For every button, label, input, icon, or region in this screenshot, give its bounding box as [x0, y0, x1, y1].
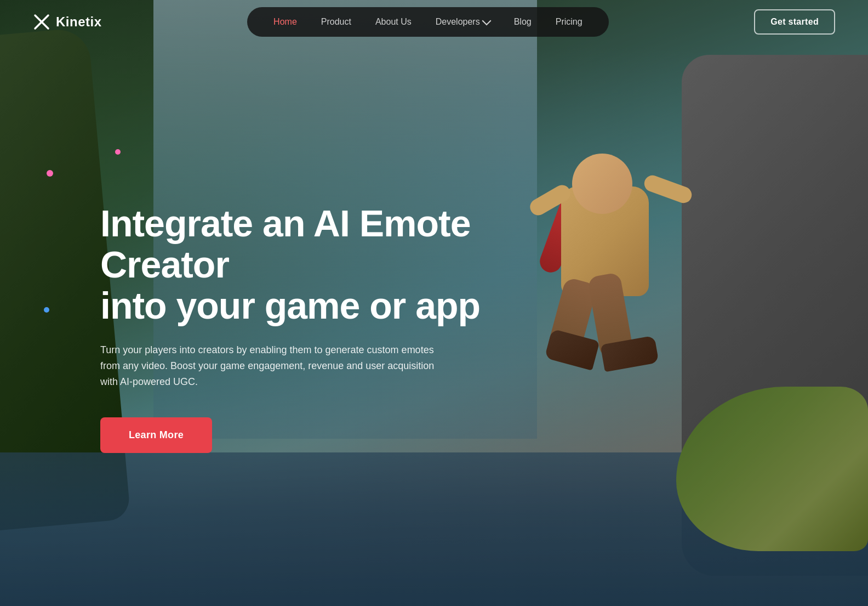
char-head: [572, 154, 632, 214]
nav-item-pricing[interactable]: Pricing: [546, 13, 592, 31]
nav-item-product[interactable]: Product: [311, 13, 361, 31]
logo-icon: [33, 13, 50, 31]
brand-name: Kinetix: [56, 14, 102, 30]
logo[interactable]: Kinetix: [33, 13, 102, 31]
char-boot-left: [544, 329, 599, 370]
nav-item-home[interactable]: Home: [264, 13, 307, 31]
nav-links-container: Home Product About Us Developers Blog Pr…: [247, 7, 609, 37]
nav-item-about-us[interactable]: About Us: [366, 13, 421, 31]
developers-dropdown-icon: [482, 16, 491, 26]
nav-item-developers[interactable]: Developers: [426, 13, 500, 31]
navbar: Kinetix Home Product About Us Developers…: [0, 0, 868, 44]
char-arm-right: [642, 173, 694, 206]
learn-more-button[interactable]: Learn More: [100, 417, 212, 453]
hero-content: Integrate an AI Emote Creator into your …: [100, 203, 484, 453]
particle-blue: [44, 307, 49, 313]
get-started-button[interactable]: Get started: [754, 9, 835, 35]
game-character: [506, 121, 715, 428]
hero-subtitle: Turn your players into creators by enabl…: [100, 342, 440, 389]
particle-pink-1: [47, 170, 53, 177]
nav-item-blog[interactable]: Blog: [504, 13, 541, 31]
particle-pink-2: [115, 149, 121, 155]
hero-title: Integrate an AI Emote Creator into your …: [100, 203, 484, 326]
